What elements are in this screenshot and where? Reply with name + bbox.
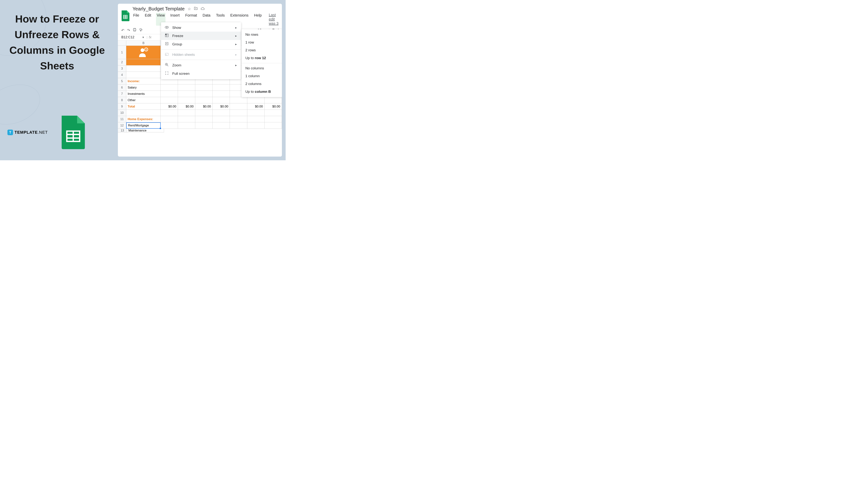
last-edit-link[interactable]: Last edit was 3 <box>269 13 279 26</box>
cell[interactable] <box>213 122 230 129</box>
cell[interactable] <box>161 91 178 97</box>
print-button[interactable] <box>133 28 136 33</box>
cell[interactable] <box>195 122 213 129</box>
cell[interactable] <box>213 91 230 97</box>
menu-edit[interactable]: Edit <box>144 13 152 26</box>
paint-format-button[interactable] <box>139 28 143 33</box>
row-header-10[interactable]: 10 <box>118 110 126 116</box>
menu-item-zoom[interactable]: Zoom ► <box>161 61 241 69</box>
row-header-3[interactable]: 3 <box>118 65 126 72</box>
cell[interactable] <box>195 84 213 91</box>
row-header-9[interactable]: 9 <box>118 103 126 110</box>
cell-total[interactable]: Total <box>126 103 161 110</box>
row-header-2[interactable]: 2 <box>118 59 126 65</box>
cell-maintenance[interactable]: Maintenance <box>127 129 164 132</box>
cell[interactable] <box>247 110 265 116</box>
cell[interactable] <box>178 116 195 122</box>
selection-handle[interactable] <box>160 128 161 129</box>
cell[interactable] <box>195 116 213 122</box>
row-header-13[interactable]: 13 <box>118 129 127 132</box>
row-header-5[interactable]: 5 <box>118 78 126 84</box>
menu-help[interactable]: Help <box>253 13 262 26</box>
cell[interactable] <box>230 110 247 116</box>
menu-item-group[interactable]: Group ► <box>161 40 241 48</box>
cloud-icon[interactable] <box>200 7 205 11</box>
cell[interactable] <box>247 97 265 103</box>
menu-item-freeze[interactable]: Freeze ► <box>161 32 241 40</box>
cell-money[interactable]: $0.00 <box>213 103 230 110</box>
cell[interactable] <box>265 97 282 103</box>
row-header-4[interactable]: 4 <box>118 72 126 78</box>
cell[interactable] <box>178 91 195 97</box>
cell[interactable] <box>247 122 265 129</box>
cell-money[interactable]: $0.00 <box>161 103 178 110</box>
cell[interactable] <box>230 103 247 110</box>
submenu-no-columns[interactable]: No columns <box>242 64 282 72</box>
cell[interactable] <box>126 65 161 72</box>
name-box-dropdown-icon[interactable]: ▾ <box>143 35 144 39</box>
submenu-no-rows[interactable]: No rows <box>242 31 282 38</box>
submenu-1-column[interactable]: 1 column <box>242 72 282 80</box>
cell[interactable] <box>213 84 230 91</box>
cell[interactable] <box>161 122 178 129</box>
cell[interactable] <box>178 110 195 116</box>
cell-rent-selected[interactable]: Rent/Mortgage <box>126 122 161 129</box>
cell-income[interactable]: Income: <box>126 78 161 84</box>
cell-image[interactable]: $ <box>126 46 161 59</box>
cell[interactable] <box>195 110 213 116</box>
cell[interactable] <box>265 110 282 116</box>
cell[interactable] <box>230 97 247 103</box>
star-icon[interactable]: ☆ <box>188 7 191 11</box>
cell[interactable] <box>247 116 265 122</box>
cell-investments[interactable]: Investments <box>126 91 161 97</box>
cell-home-expenses[interactable]: Home Expenses: <box>126 116 161 122</box>
undo-button[interactable]: ↶ <box>121 28 124 33</box>
submenu-up-to-column[interactable]: Up to column B <box>242 88 282 96</box>
cell-money[interactable]: $0.00 <box>247 103 265 110</box>
row-header-6[interactable]: 6 <box>118 84 126 91</box>
cell-money[interactable]: $0.00 <box>178 103 195 110</box>
cell[interactable] <box>213 97 230 103</box>
cell[interactable] <box>126 59 161 65</box>
submenu-up-to-row[interactable]: Up to row 12 <box>242 54 282 62</box>
row-header-7[interactable]: 7 <box>118 91 126 97</box>
svg-line-22 <box>167 65 168 66</box>
cell-money[interactable]: $0.00 <box>265 103 282 110</box>
name-box[interactable]: B12:C12 <box>121 35 140 39</box>
cell[interactable] <box>195 91 213 97</box>
cell-salary[interactable]: Salary <box>126 84 161 91</box>
menu-file[interactable]: File <box>132 13 140 26</box>
cell[interactable] <box>161 116 178 122</box>
cell[interactable] <box>195 97 213 103</box>
row-header-11[interactable]: 11 <box>118 116 126 122</box>
select-all-corner[interactable] <box>118 40 126 46</box>
cell-other[interactable]: Other <box>126 97 161 103</box>
menu-item-fullscreen[interactable]: Full screen <box>161 69 241 78</box>
menu-item-show[interactable]: Show ► <box>161 24 241 32</box>
cell[interactable] <box>230 122 247 129</box>
move-folder-icon[interactable] <box>194 7 198 11</box>
submenu-1-row[interactable]: 1 row <box>242 38 282 46</box>
cell[interactable] <box>213 110 230 116</box>
cell[interactable] <box>161 110 178 116</box>
cell[interactable] <box>161 84 178 91</box>
cell[interactable] <box>126 110 161 116</box>
cell[interactable] <box>161 97 178 103</box>
cell[interactable] <box>213 116 230 122</box>
cell[interactable] <box>178 97 195 103</box>
cell[interactable] <box>230 116 247 122</box>
row-header-1[interactable]: 1 <box>118 46 126 59</box>
row-header-8[interactable]: 8 <box>118 97 126 103</box>
cell[interactable] <box>265 116 282 122</box>
document-title[interactable]: Yearly_Budget Template <box>132 6 184 12</box>
cell[interactable] <box>178 84 195 91</box>
submenu-2-columns[interactable]: 2 columns <box>242 80 282 88</box>
cell[interactable] <box>178 122 195 129</box>
cell-money[interactable]: $0.00 <box>195 103 213 110</box>
column-header-b[interactable]: B <box>126 40 161 46</box>
cell[interactable] <box>126 72 161 78</box>
submenu-2-rows[interactable]: 2 rows <box>242 46 282 54</box>
row-header-12[interactable]: 12 <box>118 122 126 129</box>
cell[interactable] <box>265 122 282 129</box>
redo-button[interactable]: ↷ <box>127 28 130 33</box>
